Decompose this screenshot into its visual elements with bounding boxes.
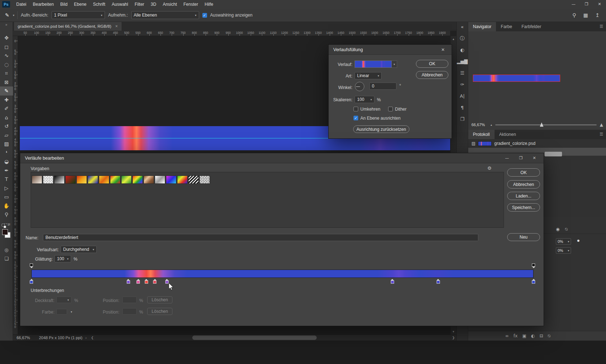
frame-tool[interactable]: ⊠	[0, 78, 13, 87]
paragraph-panel-icon[interactable]: ¶	[461, 105, 464, 111]
share-icon[interactable]: ↥	[595, 12, 600, 18]
tab-farbe[interactable]: Farbe	[496, 22, 517, 31]
move-tool[interactable]: ✥	[0, 34, 13, 43]
gradient-preset-6[interactable]	[88, 176, 98, 184]
save-button[interactable]: Speichern...	[507, 203, 540, 212]
smoothness-dropdown[interactable]: 100▾	[54, 255, 71, 262]
zoom-tool[interactable]: ⚲	[0, 210, 13, 219]
scrollbar-thumb[interactable]	[192, 336, 317, 340]
expand-toolbar-icon[interactable]: »	[0, 22, 13, 28]
brush-settings-icon[interactable]: ✑	[460, 81, 464, 88]
blur-tool[interactable]: ❛	[0, 148, 13, 157]
scrollbar-track[interactable]	[95, 335, 451, 341]
sample-size-dropdown[interactable]: 1 Pixel▾	[52, 11, 105, 19]
dither-checkbox[interactable]	[388, 107, 393, 111]
gradient-preset-4[interactable]	[65, 176, 76, 184]
color-stop[interactable]	[144, 279, 148, 284]
color-stop[interactable]	[153, 279, 157, 284]
tab-close-icon[interactable]: ×	[115, 24, 118, 29]
menu-ebene[interactable]: Ebene	[71, 2, 90, 7]
reset-alignment-button[interactable]: Ausrichtung zurücksetzen	[353, 125, 409, 133]
close-button[interactable]: ✕	[593, 0, 606, 9]
tab-navigator[interactable]: Navigator	[468, 22, 496, 31]
gradient-type-dropdown[interactable]: Durchgehend▾	[61, 246, 97, 253]
threed-panel-icon[interactable]: ❐	[460, 116, 465, 122]
link-layers-icon[interactable]: ∞	[505, 333, 509, 338]
lasso-tool[interactable]: ∿	[0, 51, 13, 60]
eraser-tool[interactable]: ▱	[0, 131, 13, 140]
new-group-icon[interactable]: ⊟	[540, 333, 543, 338]
color-stop[interactable]	[30, 279, 34, 284]
scroll-down-icon[interactable]: ▾	[453, 330, 454, 333]
brush-tool[interactable]: ✐	[0, 104, 13, 113]
type-tool[interactable]: T	[0, 175, 13, 184]
gradient-type-dropdown[interactable]: Linear▾	[355, 72, 382, 79]
horizontal-ruler[interactable]: 5010015020025030035040045050055060065070…	[13, 31, 450, 36]
properties-panel-icon[interactable]: ☰	[460, 70, 465, 76]
dialog-close-icon[interactable]: ✕	[533, 156, 536, 160]
delete-layer-icon[interactable]: ⍉	[548, 333, 550, 338]
slider-thumb[interactable]	[540, 123, 544, 127]
gradient-name-input[interactable]: Benutzerdefiniert	[43, 234, 478, 241]
layer-opacity-dropdown[interactable]: 0%▾	[556, 238, 571, 245]
zoom-in-icon[interactable]: ▲	[600, 122, 603, 127]
angle-dial[interactable]	[355, 82, 364, 91]
history-brush-tool[interactable]: ↺	[0, 122, 13, 131]
scroll-left-icon[interactable]: ❮	[89, 336, 95, 339]
workspace-icon[interactable]: ▦	[583, 12, 588, 18]
layer-fill-dropdown[interactable]: 0%▾	[556, 247, 571, 254]
menu-bearbeiten[interactable]: Bearbeiten	[30, 2, 57, 7]
gradient-preset-10[interactable]	[132, 176, 143, 184]
cancel-button[interactable]: Abbrechen	[507, 180, 540, 188]
scroll-right-icon[interactable]: ❯	[451, 336, 456, 339]
minimize-button[interactable]: —	[567, 0, 580, 9]
scale-dropdown[interactable]: 100▾	[355, 96, 374, 103]
menu-auswahl[interactable]: Auswahl	[109, 2, 131, 7]
load-button[interactable]: Laden...	[507, 192, 540, 200]
menu-bild[interactable]: Bild	[57, 2, 71, 7]
ok-button[interactable]: OK	[507, 168, 540, 177]
gradient-preset-9[interactable]	[121, 176, 132, 184]
swap-colors-icon[interactable]: ⇄	[8, 223, 10, 226]
tab-farbfelder[interactable]: Farbfelder	[517, 22, 546, 31]
menu-filter[interactable]: Filter	[131, 2, 148, 7]
new-button[interactable]: Neu	[507, 233, 540, 241]
color-stop[interactable]	[532, 279, 536, 284]
tab-protokoll[interactable]: Protokoll	[468, 130, 495, 139]
marquee-tool[interactable]: ◻	[0, 43, 13, 52]
gear-icon[interactable]: ⚙	[487, 165, 492, 171]
gradient-strip[interactable]	[31, 270, 533, 278]
gradient-preset-7[interactable]	[99, 176, 109, 184]
align-checkbox[interactable]: ✓	[354, 116, 358, 120]
layer-fx-icon[interactable]: fx	[514, 333, 518, 338]
pen-tool[interactable]: ✒	[0, 166, 13, 175]
gradient-preset-13[interactable]	[166, 176, 176, 184]
gradient-preset-5[interactable]	[76, 176, 87, 184]
navigator-preview[interactable]	[473, 75, 560, 82]
quick-mask-button[interactable]: ◎	[0, 246, 13, 253]
panel-scroll-thumb[interactable]	[545, 152, 562, 156]
opacity-stop[interactable]	[532, 263, 536, 268]
color-stop[interactable]	[136, 279, 140, 284]
menu-ansicht[interactable]: Ansicht	[159, 2, 180, 7]
zoom-out-icon[interactable]: ▴	[491, 123, 492, 126]
status-zoom[interactable]: 66,67%	[17, 336, 35, 340]
tab-aktionen[interactable]: Aktionen	[495, 130, 521, 139]
gradient-preset-2[interactable]	[43, 176, 53, 184]
scroll-up-icon[interactable]: ▴	[453, 37, 454, 41]
dialog-close-icon[interactable]: ✕	[439, 47, 447, 52]
dialog-title-bar[interactable]: Verlaufsfüllung ✕	[329, 45, 452, 55]
gradient-preset-1[interactable]	[32, 176, 42, 184]
default-colors-icon[interactable]	[2, 224, 6, 228]
menu-fenster[interactable]: Fenster	[180, 2, 202, 7]
menu-3d[interactable]: 3D	[148, 2, 159, 7]
delete-history-icon[interactable]: ⍉	[565, 227, 567, 232]
color-stop[interactable]	[390, 279, 394, 284]
eyedropper-tool[interactable]: ✎	[0, 86, 13, 96]
menu-datei[interactable]: Datei	[13, 2, 30, 7]
navigator-zoom-value[interactable]: 66,67%	[471, 123, 487, 127]
maximize-button[interactable]: ❐	[519, 156, 523, 160]
horizontal-scrollbar[interactable]: ❮ ❯	[89, 335, 456, 341]
gradient-preset-8[interactable]	[110, 176, 120, 184]
search-icon[interactable]: ⚲	[572, 12, 576, 18]
